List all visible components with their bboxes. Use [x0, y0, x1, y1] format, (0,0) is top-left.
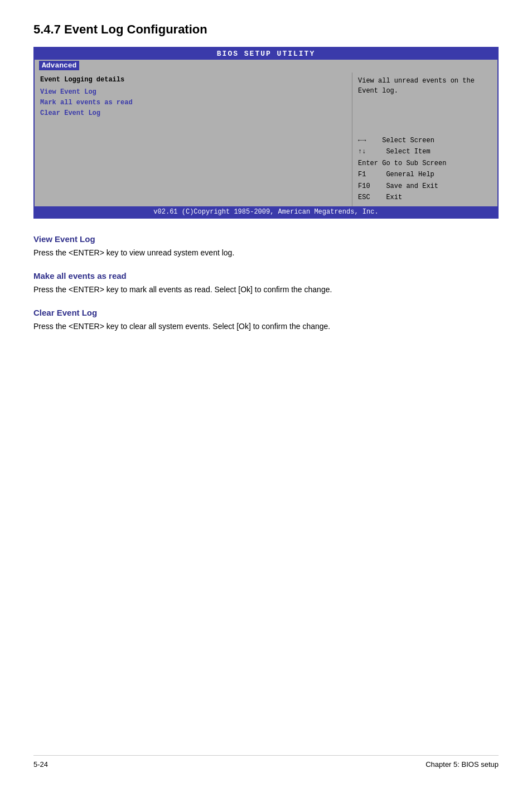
- bios-footer: v02.61 (C)Copyright 1985-2009, American …: [35, 206, 497, 218]
- bios-right-spacer: [358, 102, 492, 135]
- bios-section-label: Event Logging details: [40, 76, 346, 84]
- bios-content: Event Logging details View Event Log Mar…: [35, 73, 497, 206]
- bios-key-leftright: ←→ Select Screen: [358, 135, 492, 146]
- bios-right-panel: View all unread events on the Event log.…: [352, 73, 497, 206]
- key-symbol-leftright: ←→: [358, 137, 366, 144]
- bios-key-list: ←→ Select Screen ↑↓ Select Item Enter Go…: [358, 135, 492, 203]
- sections-container: View Event Log Press the <ENTER> key to …: [33, 234, 499, 332]
- section-heading-clear-event-log: Clear Event Log: [33, 308, 499, 317]
- bios-spacer: [40, 119, 346, 153]
- bios-menu-clear-event-log[interactable]: Clear Event Log: [40, 108, 346, 119]
- section-clear-event-log: Clear Event Log Press the <ENTER> key to…: [33, 308, 499, 332]
- bios-key-enter: Enter Go to Sub Screen: [358, 158, 492, 169]
- section-heading-view-event-log: View Event Log: [33, 234, 499, 244]
- section-heading-mark-all-events: Make all events as read: [33, 271, 499, 281]
- section-view-event-log: View Event Log Press the <ENTER> key to …: [33, 234, 499, 259]
- bios-nav-advanced[interactable]: Advanced: [39, 61, 79, 70]
- bios-key-esc: ESC Exit: [358, 192, 492, 203]
- bios-left-panel: Event Logging details View Event Log Mar…: [35, 73, 352, 206]
- page-title: 5.4.7 Event Log Configuration: [33, 22, 499, 37]
- page-footer: 5-24 Chapter 5: BIOS setup: [33, 755, 499, 769]
- section-body-clear-event-log: Press the <ENTER> key to clear all syste…: [33, 321, 499, 332]
- bios-help-text: View all unread events on the Event log.: [358, 76, 492, 96]
- bios-key-f1: F1 General Help: [358, 169, 492, 180]
- section-mark-all-events: Make all events as read Press the <ENTER…: [33, 271, 499, 296]
- bios-box: BIOS SETUP UTILITY Advanced Event Loggin…: [33, 47, 499, 219]
- section-body-view-event-log: Press the <ENTER> key to view unread sys…: [33, 247, 499, 259]
- bios-header: BIOS SETUP UTILITY: [35, 48, 497, 60]
- section-body-mark-all-events: Press the <ENTER> key to mark all events…: [33, 284, 499, 296]
- key-symbol-updown: ↑↓: [358, 148, 366, 156]
- bios-key-f10: F10 Save and Exit: [358, 181, 492, 192]
- bios-nav: Advanced: [35, 60, 497, 73]
- footer-chapter: Chapter 5: BIOS setup: [425, 760, 499, 769]
- bios-key-updown: ↑↓ Select Item: [358, 146, 492, 157]
- bios-menu-view-event-log[interactable]: View Event Log: [40, 87, 346, 98]
- footer-page-number: 5-24: [33, 760, 48, 769]
- bios-menu-mark-all-events[interactable]: Mark all events as read: [40, 98, 346, 108]
